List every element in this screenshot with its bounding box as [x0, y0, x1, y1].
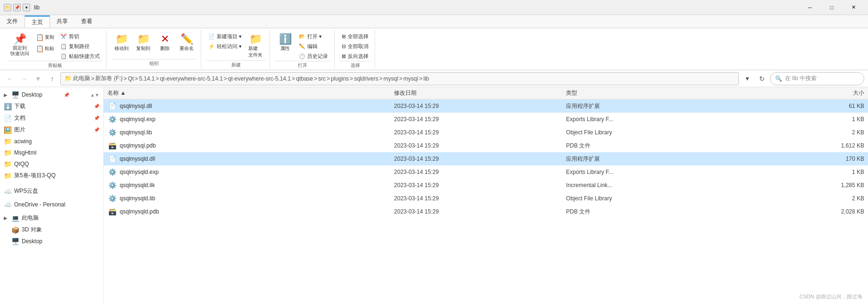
file-row[interactable]: 📄 qsqlmysql.dll 2023-03-14 15:29 应用程序扩展 …: [104, 99, 868, 113]
file-type: PDB 文件: [566, 142, 772, 150]
select-none-label: 全部取消: [348, 43, 368, 50]
path-segment: lib: [423, 75, 429, 82]
minimize-button[interactable]: ─: [799, 0, 821, 15]
cut-button[interactable]: ✂️ 剪切: [58, 32, 102, 41]
sidebar-item-onedrive[interactable]: ☁️ OneDrive - Personal: [0, 199, 103, 210]
col-header-type[interactable]: 类型: [566, 89, 772, 97]
sidebar-item-3dobjects[interactable]: 📦 3D 对象: [0, 224, 103, 236]
tab-share[interactable]: 共享: [50, 15, 74, 28]
file-row[interactable]: ⚙️ qsqlmysql.exp 2023-03-14 15:29 Export…: [104, 113, 868, 126]
expand-pc-icon: ▶: [4, 215, 8, 221]
recent-button[interactable]: ▼: [32, 73, 44, 85]
sep1: >: [91, 75, 94, 82]
file-date: 2023-03-14 15:29: [394, 103, 566, 109]
path-segment: qt-everywhere-src-5.14.1: [228, 75, 291, 82]
sidebar-item-desktop2[interactable]: 🖥️ Desktop: [0, 236, 103, 247]
back-button[interactable]: ←: [4, 73, 16, 85]
file-date: 2023-03-14 15:29: [394, 156, 566, 162]
refresh-button[interactable]: ↻: [756, 73, 768, 85]
clipboard-extra: ✂️ 剪切 📋 复制路径 📋 粘贴快捷方式: [58, 32, 102, 61]
file-row[interactable]: ⚙️ qsqlmysql.lib 2023-03-14 15:29 Object…: [104, 126, 868, 139]
history-button[interactable]: 🕐 历史记录: [296, 52, 330, 61]
pin-indicator: 📌: [64, 92, 69, 98]
file-size: 1 KB: [772, 116, 864, 123]
title-bar-down[interactable]: ▾: [23, 4, 30, 11]
sidebar-item-wps[interactable]: ☁️ WPS云盘: [0, 185, 103, 197]
up-button[interactable]: ↑: [46, 73, 58, 85]
file-icon: ⚙️: [107, 128, 117, 137]
window-title: lib: [34, 4, 40, 11]
move-button[interactable]: 📁 移动到: [111, 32, 132, 54]
col-header-size[interactable]: 大小: [772, 89, 864, 97]
documents-icon: 📄: [4, 115, 11, 122]
clipboard-stack: 📋 复制 📋 粘贴: [33, 32, 57, 54]
search-bar[interactable]: 🔍 在 lib 中搜索: [770, 72, 864, 85]
paste-button[interactable]: 📋 粘贴: [33, 43, 57, 54]
sidebar-item-acwing[interactable]: 📁 acwing: [0, 136, 103, 147]
select-all-label: 全部选择: [348, 33, 368, 40]
history-icon: 🕐: [299, 53, 305, 59]
sidebar-item-documents[interactable]: 📄 文档 📌: [0, 112, 103, 124]
address-dropdown[interactable]: ▼: [741, 72, 754, 85]
pin-button[interactable]: 📌 固定到快速访问: [8, 32, 32, 58]
easy-access-button[interactable]: ⚡ 轻松访问 ▾: [206, 42, 244, 51]
copy-button[interactable]: 📋 复制: [33, 32, 57, 42]
pin-icon: 📌: [14, 34, 26, 44]
forward-button[interactable]: →: [18, 73, 30, 85]
paste-icon: 📋: [36, 45, 44, 52]
tab-view[interactable]: 查看: [74, 15, 99, 28]
copy-label: 复制: [45, 34, 54, 41]
edit-button[interactable]: ✏️ 编辑: [296, 42, 330, 51]
select-all-icon: ⊞: [342, 33, 346, 40]
col-header-date[interactable]: 修改日期: [394, 89, 566, 97]
sidebar-item-desktop[interactable]: ▶ 🖥️ Desktop 📌 ▲▼: [0, 89, 103, 100]
sidebar-item-project3qq[interactable]: 📁 第5卷-项目3-QQ: [0, 170, 103, 181]
delete-button[interactable]: ✕ 删除: [155, 32, 175, 54]
select-none-button[interactable]: ⊟ 全部取消: [339, 42, 371, 51]
sidebar-item-pictures[interactable]: 🖼️ 图片 📌: [0, 124, 103, 136]
file-row[interactable]: ⚙️ qsqlmysqld.ilk 2023-03-14 15:29 Incre…: [104, 179, 868, 192]
sidebar-item-qtqq[interactable]: 📁 QtQQ: [0, 158, 103, 170]
clipboard-label: 剪贴板: [8, 61, 102, 70]
open-button[interactable]: 📂 打开 ▾: [296, 32, 330, 41]
new-item-button[interactable]: 📄 新建项目 ▾: [206, 32, 244, 41]
file-row[interactable]: ⚙️ qsqlmysqld.lib 2023-03-14 15:29 Objec…: [104, 192, 868, 205]
file-name-text: qsqlmysql.dll: [120, 103, 152, 109]
file-row-selected[interactable]: 📄 qsqlmysqld.dll 2023-03-14 15:29 应用程序扩展…: [104, 152, 868, 165]
properties-button[interactable]: ℹ️ 属性: [275, 32, 295, 54]
quick-access-icon[interactable]: 📁: [4, 4, 11, 11]
col-header-name[interactable]: 名称 ▲: [107, 89, 394, 97]
sidebar-item-downloads[interactable]: ⬇️ 下载 📌: [0, 100, 103, 112]
new-folder-icon: 📁: [249, 34, 262, 44]
desktop2-icon: 🖥️: [11, 238, 19, 245]
new-folder-button[interactable]: 📁 新建文件夹: [245, 32, 266, 60]
sidebar-item-thispc[interactable]: ▶ 💻 此电脑: [0, 212, 103, 224]
copyto-button[interactable]: 📁 复制到: [133, 32, 154, 54]
clipboard-content: 📌 固定到快速访问 📋 复制 📋 粘贴 ✂️ 剪: [8, 30, 102, 61]
move-icon: 📁: [115, 34, 128, 44]
tab-home[interactable]: 主页: [25, 16, 50, 28]
select-all-button[interactable]: ⊞ 全部选择: [339, 32, 371, 41]
expand-icon: ▶: [4, 92, 8, 98]
file-row[interactable]: ⚙️ qsqlmysqld.exp 2023-03-14 15:29 Expor…: [104, 165, 868, 179]
path-segment: 📁 此电脑: [65, 74, 90, 82]
title-bar-pin[interactable]: 📌: [13, 4, 21, 11]
qtqq-icon: 📁: [4, 160, 11, 168]
paste-shortcut-button[interactable]: 📋 粘贴快捷方式: [58, 52, 102, 61]
project3qq-icon: 📁: [4, 172, 11, 180]
select-content: ⊞ 全部选择 ⊟ 全部取消 ⊠ 反向选择: [339, 30, 371, 61]
tab-file[interactable]: 文件: [0, 15, 25, 28]
file-name-text: qsqlmysqld.dll: [120, 156, 155, 162]
sidebar-label-project3qq: 第5卷-项目3-QQ: [14, 172, 56, 180]
new-content: 📄 新建项目 ▾ ⚡ 轻松访问 ▾ 📁 新建文件夹: [206, 30, 266, 60]
file-row[interactable]: 🗃️ qsqlmysqld.pdb 2023-03-14 15:29 PDB 文…: [104, 205, 868, 218]
address-bar[interactable]: 📁 此电脑 > 新加卷 (F:) > Qt > 5.14.1 > qt-ever…: [60, 72, 739, 85]
copy-path-button[interactable]: 📋 复制路径: [58, 42, 102, 51]
sidebar-item-msghtml[interactable]: 📁 MsgHtml: [0, 147, 103, 158]
file-row[interactable]: 🗃️ qsqlmysql.pdb 2023-03-14 15:29 PDB 文件…: [104, 139, 868, 152]
rename-button[interactable]: ✏️ 重命名: [176, 32, 197, 54]
invert-select-button[interactable]: ⊠ 反向选择: [339, 52, 371, 61]
maximize-button[interactable]: □: [821, 0, 843, 15]
copyto-label: 复制到: [136, 45, 150, 52]
close-button[interactable]: ✕: [843, 0, 864, 15]
